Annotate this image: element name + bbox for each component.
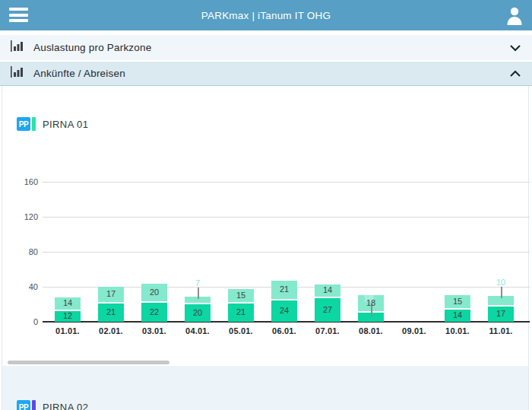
bar-segment-top[interactable] <box>271 281 297 300</box>
bar-segment-bottom[interactable] <box>271 300 297 322</box>
bar-segment-top[interactable] <box>228 289 254 304</box>
bar-segment-bottom[interactable] <box>445 310 470 322</box>
chevron-down-icon <box>509 44 521 52</box>
accordion-label: Ankünfte / Abreisen <box>33 68 125 79</box>
user-profile-icon[interactable] <box>504 5 525 26</box>
bar-segment-bottom[interactable] <box>98 304 124 322</box>
horizontal-scrollbar[interactable] <box>8 361 169 364</box>
bar-segment-bottom[interactable] <box>228 304 254 322</box>
section-header-pirna-02: PP PIRNA 02 <box>17 400 88 410</box>
bar-segment-top[interactable] <box>141 284 167 303</box>
bar-chart-icon <box>11 66 24 81</box>
chevron-up-icon <box>509 70 521 78</box>
bar-segment-top[interactable] <box>315 284 340 298</box>
bar-segment-bottom[interactable] <box>185 304 211 322</box>
bar-segment-top[interactable] <box>55 297 81 311</box>
bar-segment-bottom[interactable] <box>55 311 81 322</box>
section-title: PIRNA 02 <box>43 402 88 410</box>
bar-segment-bottom[interactable] <box>141 303 167 322</box>
bar-segment-top[interactable] <box>185 297 211 304</box>
app-title: PARKmax | iTanum IT OHG <box>0 0 532 30</box>
bar-segment-bottom[interactable] <box>315 298 340 322</box>
app-window: PARKmax | iTanum IT OHG Auslastung pro P… <box>0 0 532 410</box>
zone-color-bar <box>32 117 36 131</box>
section-title: PIRNA 01 <box>43 119 88 130</box>
bar-segment-bottom[interactable] <box>488 307 514 322</box>
bar-segment-top[interactable] <box>358 295 384 313</box>
parkzone-pp-badge: PP <box>17 117 30 131</box>
app-header: PARKmax | iTanum IT OHG <box>0 0 532 30</box>
accordion-section-auslastung[interactable]: Auslastung pro Parkzone <box>0 35 532 60</box>
bar-segment-top[interactable] <box>445 295 470 310</box>
bar-chart-icon <box>11 40 24 55</box>
zone-color-bar <box>32 400 36 410</box>
parkzone-pp-badge: PP <box>17 400 30 410</box>
bar-segment-bottom[interactable] <box>358 313 384 322</box>
bar-segment-top[interactable] <box>488 296 514 307</box>
accordion-section-ankuenfte-abreisen[interactable]: Ankünfte / Abreisen <box>0 62 532 86</box>
section-header-pirna-01: PP PIRNA 01 <box>17 117 88 131</box>
bar-segment-top[interactable] <box>98 287 124 304</box>
accordion-label: Auslastung pro Parkzone <box>33 42 151 53</box>
